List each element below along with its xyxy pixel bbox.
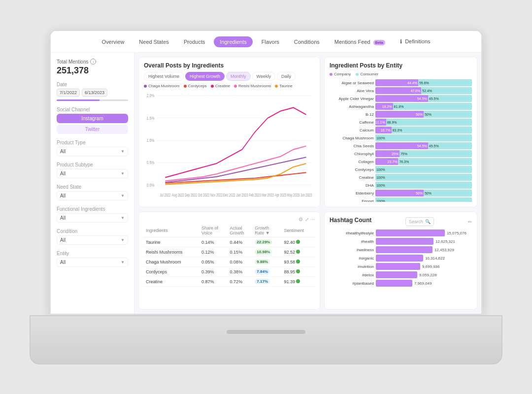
cell-sov: 0.87% [200,277,228,287]
nav-item-flavors[interactable]: Flavors [256,36,285,47]
hashtag-bar [376,246,432,253]
tab-highest-growth[interactable]: Highest Growth [185,72,225,81]
svg-text:Sep
2022: Sep 2022 [185,192,197,197]
product-type-section: Product Type All ▼ [57,140,128,156]
hashtag-row: #plantbased 7,969,049 [330,280,472,287]
nav-item-overview[interactable]: Overview [96,36,130,47]
tab-highest-volume[interactable]: Highest Volume [144,72,184,81]
consumer-bar: 55.6% [418,79,472,86]
consumer-bar: 88.9% [386,119,472,126]
nav-item-products[interactable]: Products [178,36,211,47]
product-type-label: Product Type [57,140,128,145]
date-slider[interactable] [57,99,128,101]
entity-bar: 100% [375,134,472,141]
nav-item-need-states[interactable]: Need States [133,36,175,47]
col-ingredients: Ingredients [144,224,200,237]
company-bar: 54.5% [375,142,428,149]
cell-sentiment: 91.39 [282,277,315,287]
hashtag-search-box[interactable]: Search 🔍 [405,217,434,226]
hashtag-count: 9,699,936 [422,264,440,269]
hashtag-name: #wellness [330,248,374,252]
laptop-notch [227,330,305,334]
search-icon: 🔍 [425,219,431,224]
entity-row: DHA 100% [330,182,472,189]
cell-growth: 0.38% [228,267,253,277]
cell-sov: 0.12% [200,247,228,257]
entity-bar: 50% 50% [375,190,472,197]
entity-row-name: Aloe Vera [330,89,374,93]
tab-daily[interactable]: Daily [277,72,296,81]
entity-row-name: Collagen [330,160,374,164]
channel-instagram[interactable]: Instagram [57,114,128,123]
company-bar: 25% [375,150,399,157]
hashtag-count: 10,314,622 [425,256,445,261]
hashtag-row: #healthylifestyle 15,075,076 [330,230,472,236]
svg-text:2.0%: 2.0% [147,93,155,98]
entity-row: Aloe Vera 47.6% 52.4% [330,87,472,94]
hashtag-count: 12,625,321 [435,239,455,244]
consumer-bar: 100% [375,197,472,202]
company-bar: 50% [375,111,424,118]
chevron-down-icon: ▼ [121,149,125,154]
entity-row: Chaga Mushroom 100% [330,134,472,141]
svg-text:May
2023: May 2023 [287,192,299,197]
col-actual-growth: ActualGrowth [228,224,253,237]
cell-growth: 0.15% [228,247,253,257]
entity-bar: 25% 75% [375,150,472,157]
tab-weekly[interactable]: Weekly [252,72,275,81]
main-content: Total Mentions i 251,378 Date 7/1/2022 6… [51,53,481,314]
expand-icon[interactable]: ⤢ [305,217,309,222]
table-panel: ⚙ ⤢ ··· Ingredients Share ofVoice [138,211,320,310]
entity-bar: 16.7% 83.3% [375,127,472,133]
total-mentions-info-icon[interactable]: i [90,59,96,65]
entity-row-name: Ashwagandha [330,104,374,109]
chart-tabs: Highest Volume Highest Growth Monthly We… [144,72,315,81]
company-bar: 11.1% [375,119,386,126]
consumer-bar: 100% [375,166,472,173]
entity-row-name: Calcium [330,128,374,132]
nav-item-mentions-feed[interactable]: Mentions Feed Beta [329,36,391,47]
laptop-wrapper: Overview Need States Products Ingredient… [30,30,502,364]
cell-sov: 0.05% [200,257,228,267]
date-end[interactable]: 6/13/2023 [82,89,107,97]
cell-rate: 7.84% [253,267,282,277]
cell-name: Reishi Mushrooms [144,247,200,257]
nav-item-conditions[interactable]: Conditions [288,36,326,47]
condition-section: Condition All ▼ [57,229,128,245]
cell-rate: 22.29% [253,237,282,247]
entity-bar: 23.7% 76.3% [375,158,472,165]
tab-monthly[interactable]: Monthly [226,72,251,81]
need-state-section: Need State All ▼ [57,184,128,200]
consumer-bar: 83.3% [392,127,472,133]
chevron-down-icon-4: ▼ [121,216,125,220]
hashtag-bar [376,255,423,262]
hashtag-bar [376,280,412,287]
channel-twitter[interactable]: Twitter [57,125,128,134]
condition-dropdown[interactable]: All ▼ [57,235,128,245]
settings-icon[interactable]: ⚙ [299,217,303,222]
entity-row-name: Fennel [330,199,374,202]
entity-dropdown[interactable]: All ▼ [57,258,128,267]
product-subtype-dropdown[interactable]: All ▼ [57,169,128,178]
table-header-row: ⚙ ⤢ ··· [144,217,315,222]
entity-row-name: Chia Seeds [330,144,374,148]
hashtag-count: 15,075,076 [447,231,466,235]
nav-item-definitions[interactable]: ℹ Definitions [394,36,436,47]
date-start[interactable]: 7/1/2022 [57,89,80,97]
entity-legend: Company Consumer [330,72,472,76]
company-bar: 44.4% [375,79,418,86]
functional-ingredients-dropdown[interactable]: All ▼ [57,213,128,223]
svg-text:Nov
2022: Nov 2022 [210,192,223,197]
consumer-bar: 45.5% [428,142,472,149]
hashtag-count: 7,969,049 [414,281,432,286]
nav-item-ingredients[interactable]: Ingredients [214,36,252,47]
product-type-dropdown[interactable]: All ▼ [57,147,128,156]
total-mentions-title: Total Mentions i [57,59,128,65]
entity-row-name: Algae or Seaweed [330,81,374,85]
hashtag-row: #organic 10,314,622 [330,255,472,262]
need-state-dropdown[interactable]: All ▼ [57,191,128,200]
legend-dot-cordyceps [184,85,187,88]
edit-icon[interactable]: ✏ [468,219,472,225]
entity-row-name: Creatine [330,175,374,180]
more-icon[interactable]: ··· [311,217,315,222]
